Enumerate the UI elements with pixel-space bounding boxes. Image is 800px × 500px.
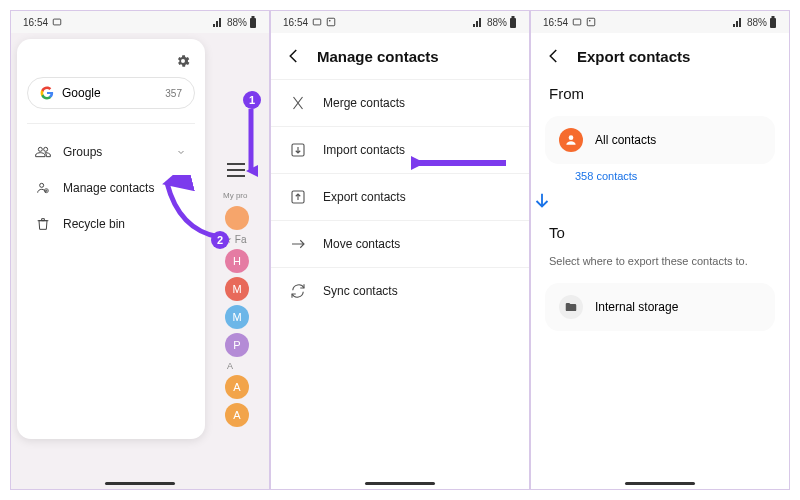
- menu-item-move[interactable]: Move contacts: [271, 220, 529, 267]
- drawer-item-groups[interactable]: Groups: [27, 134, 195, 170]
- status-bar: 16:54 88%: [11, 11, 269, 33]
- avatar-stub: [225, 206, 249, 230]
- chevron-down-icon: [175, 146, 187, 158]
- avatar-stub: A: [225, 375, 249, 399]
- groups-icon: [35, 144, 51, 160]
- drawer-item-label: Recycle bin: [63, 217, 125, 231]
- drawer-item-label: Manage contacts: [63, 181, 154, 195]
- page-title: Manage contacts: [317, 48, 439, 65]
- svg-point-8: [329, 20, 331, 22]
- signal-icon: [213, 17, 225, 27]
- svg-rect-17: [770, 18, 776, 28]
- favorites-label: ★ Fa: [223, 234, 269, 245]
- nav-handle: [105, 482, 175, 485]
- folder-icon: [559, 295, 583, 319]
- svg-point-3: [40, 183, 44, 187]
- svg-rect-6: [313, 19, 321, 25]
- drawer-item-manage[interactable]: Manage contacts: [27, 170, 195, 206]
- svg-rect-7: [327, 18, 335, 26]
- page-header: Export contacts: [531, 33, 789, 79]
- import-icon: [289, 141, 307, 159]
- trash-icon: [35, 216, 51, 232]
- navigation-drawer: Google 357 Groups Manage contacts Recycl…: [17, 39, 205, 439]
- back-icon[interactable]: [285, 47, 303, 65]
- status-img-icon: [586, 17, 596, 27]
- menu-item-label: Export contacts: [323, 190, 406, 204]
- google-icon: [40, 86, 54, 100]
- menu-item-label: Import contacts: [323, 143, 405, 157]
- export-icon: [289, 188, 307, 206]
- status-bar: 16:54 88%: [531, 11, 789, 33]
- menu-item-import[interactable]: Import contacts: [271, 126, 529, 173]
- avatar-stub: M: [225, 277, 249, 301]
- back-icon[interactable]: [545, 47, 563, 65]
- manage-contacts-icon: [35, 180, 51, 196]
- nav-handle: [625, 482, 695, 485]
- from-source-card[interactable]: All contacts: [545, 116, 775, 164]
- hamburger-icon[interactable]: [227, 163, 269, 177]
- merge-icon: [289, 94, 307, 112]
- svg-rect-1: [250, 18, 256, 28]
- page-header: Manage contacts: [271, 33, 529, 79]
- svg-rect-18: [772, 16, 775, 18]
- svg-rect-9: [510, 18, 516, 28]
- status-time: 16:54: [283, 17, 308, 28]
- status-time: 16:54: [543, 17, 568, 28]
- annotation-badge-1: 1: [243, 91, 261, 109]
- nav-handle: [365, 482, 435, 485]
- move-icon: [289, 235, 307, 253]
- divider: [27, 123, 195, 124]
- arrow-down-icon: [531, 190, 789, 212]
- svg-rect-0: [53, 19, 61, 25]
- page-title: Export contacts: [577, 48, 690, 65]
- to-destination-card[interactable]: Internal storage: [545, 283, 775, 331]
- account-selector[interactable]: Google 357: [27, 77, 195, 109]
- svg-point-16: [589, 20, 591, 22]
- status-battery: 88%: [747, 17, 767, 28]
- gear-icon[interactable]: [175, 53, 191, 69]
- svg-rect-10: [512, 16, 515, 18]
- contacts-count-link[interactable]: 358 contacts: [575, 170, 789, 182]
- helper-text: Select where to export these contacts to…: [531, 247, 789, 275]
- status-time: 16:54: [23, 17, 48, 28]
- from-label: From: [531, 79, 789, 108]
- battery-icon: [249, 16, 257, 28]
- battery-icon: [509, 16, 517, 28]
- avatar-stub: H: [225, 249, 249, 273]
- menu-item-sync[interactable]: Sync contacts: [271, 267, 529, 314]
- my-profile-label: My pro: [223, 191, 269, 200]
- account-count: 357: [165, 88, 182, 99]
- status-battery: 88%: [227, 17, 247, 28]
- status-battery: 88%: [487, 17, 507, 28]
- screenshot-2: 16:54 88% Manage contacts Merge contacts: [270, 10, 530, 490]
- alpha-divider: A: [227, 361, 269, 371]
- svg-rect-2: [252, 16, 255, 18]
- avatar-stub: P: [225, 333, 249, 357]
- from-source-label: All contacts: [595, 133, 656, 147]
- avatar-stub: M: [225, 305, 249, 329]
- svg-point-19: [569, 135, 574, 140]
- drawer-item-recycle[interactable]: Recycle bin: [27, 206, 195, 242]
- svg-rect-14: [573, 19, 581, 25]
- status-bar: 16:54 88%: [271, 11, 529, 33]
- signal-icon: [733, 17, 745, 27]
- status-img-icon: [326, 17, 336, 27]
- menu-item-label: Merge contacts: [323, 96, 405, 110]
- to-destination-label: Internal storage: [595, 300, 678, 314]
- status-card-icon: [52, 17, 62, 27]
- drawer-item-label: Groups: [63, 145, 102, 159]
- to-label: To: [531, 218, 789, 247]
- svg-rect-15: [587, 18, 595, 26]
- signal-icon: [473, 17, 485, 27]
- menu-item-export[interactable]: Export contacts: [271, 173, 529, 220]
- status-card-icon: [312, 17, 322, 27]
- screenshot-1: 16:54 88% My pro ★ Fa H M: [10, 10, 270, 490]
- status-card-icon: [572, 17, 582, 27]
- contacts-icon: [559, 128, 583, 152]
- menu-item-merge[interactable]: Merge contacts: [271, 79, 529, 126]
- annotation-badge-2: 2: [211, 231, 229, 249]
- account-name: Google: [62, 86, 101, 100]
- screenshot-3: 16:54 88% Export contacts From All conta…: [530, 10, 790, 490]
- menu-item-label: Sync contacts: [323, 284, 398, 298]
- battery-icon: [769, 16, 777, 28]
